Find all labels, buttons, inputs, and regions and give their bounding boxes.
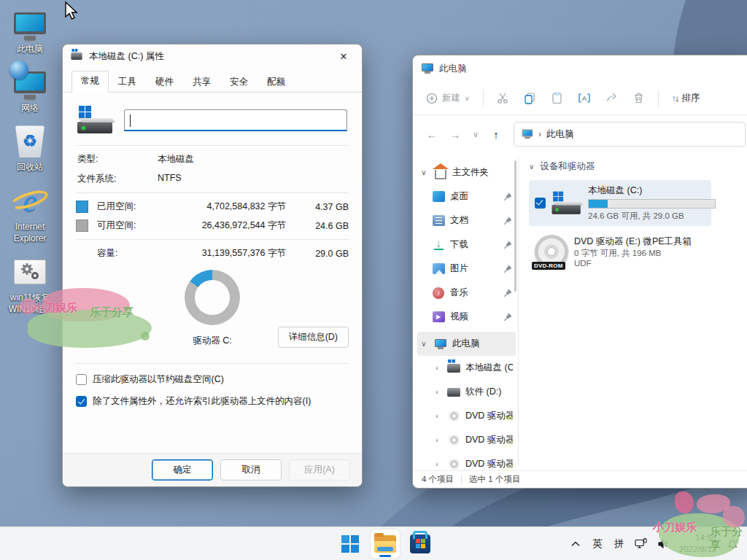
field-value: NTFS (158, 173, 182, 185)
sidebar-item-drive-e[interactable]: › DVD 驱动器 (E:) (417, 404, 516, 428)
gears-icon (12, 254, 47, 289)
tab-sharing[interactable]: 共享 (183, 72, 220, 93)
dvd-disc-icon: DVD-ROM (535, 235, 568, 268)
taskbar-store-button[interactable] (406, 529, 435, 559)
tab-general[interactable]: 常规 (71, 71, 109, 93)
system-drive-icon (552, 191, 582, 215)
compress-checkbox[interactable] (76, 374, 87, 385)
used-color-swatch (76, 201, 88, 213)
sidebar-item-this-pc[interactable]: ∨ 此电脑 (417, 332, 516, 356)
divider (76, 192, 349, 193)
explorer-window: 此电脑 新建 ∨ A ↑↓ 排序 ← (412, 55, 747, 489)
taskbar-clock[interactable]: 14:55 2022/8/12 (675, 532, 721, 555)
notification-bell-icon[interactable]: z (722, 529, 743, 559)
sidebar-item-drive-d[interactable]: › 软件 (D:) (417, 380, 516, 404)
breadcrumb-root[interactable]: 此电脑 (546, 128, 574, 141)
pin-icon (504, 193, 511, 201)
desktop-icon-recycle-bin[interactable]: ♻ 回收站 (4, 124, 55, 173)
start-button[interactable] (336, 529, 365, 559)
cut-icon[interactable] (491, 88, 515, 109)
sidebar-item-drive-f[interactable]: › DVD 驱动器 (F:) (417, 428, 516, 452)
taskbar: 英 拼 14:55 2022/8/12 z (0, 526, 747, 560)
rename-icon[interactable]: A (572, 88, 597, 109)
new-button[interactable]: 新建 ∨ (420, 88, 476, 109)
desktop-icon-network[interactable]: 网络 (4, 65, 55, 114)
sidebar-item-downloads[interactable]: ↓ 下载 (417, 233, 516, 257)
filesystem-row: 文件系统: NTFS (77, 173, 347, 185)
clock-time: 14:55 (679, 532, 716, 544)
selected-count: 选中 1 个项目 (469, 474, 520, 485)
this-pc-icon (522, 130, 533, 137)
sidebar-item-music[interactable]: ♪ 音乐 (417, 281, 516, 305)
tray-chevron-up-icon[interactable] (565, 529, 586, 559)
compress-checkbox-row[interactable]: 压缩此驱动器以节约磁盘空间(C) (76, 373, 349, 386)
desktop-icon-this-pc[interactable]: 此电脑 (4, 6, 55, 55)
delete-icon[interactable] (627, 88, 651, 109)
sidebar-item-videos[interactable]: ▶ 视频 (417, 305, 516, 329)
up-icon[interactable]: ↑ (486, 124, 506, 144)
tab-security[interactable]: 安全 (220, 72, 258, 93)
desktop-icon-label: 此电脑 (17, 43, 43, 55)
cancel-button[interactable]: 取消 (220, 459, 282, 481)
drive-caption-row: 驱动器 C: 详细信息(D) (76, 330, 349, 351)
volume-tray-icon[interactable] (653, 529, 673, 559)
tab-quota[interactable]: 配额 (258, 72, 295, 93)
taskbar-file-explorer-button[interactable] (371, 529, 400, 559)
sidebar-scrollbar[interactable] (514, 160, 516, 292)
desktop-icon-internet-explorer[interactable]: e Internet Explorer (4, 184, 55, 244)
drive-icon (71, 52, 82, 60)
sidebar-item-pictures[interactable]: 图片 (417, 257, 516, 281)
close-icon[interactable]: ✕ (333, 47, 355, 65)
clock-date: 2022/8/12 (679, 544, 716, 556)
svg-text:A: A (582, 95, 587, 102)
pin-icon (504, 217, 511, 225)
internet-explorer-icon: e (12, 184, 47, 219)
back-icon[interactable]: ← (422, 124, 442, 144)
volume-label-input[interactable] (124, 109, 347, 131)
explorer-titlebar[interactable]: 此电脑 (413, 55, 747, 82)
pin-icon (504, 265, 511, 273)
sidebar-item-drive-g[interactable]: › DVD 驱动器 (G:) (417, 452, 516, 470)
paste-icon[interactable] (545, 88, 569, 109)
microsoft-store-icon (410, 534, 430, 553)
sidebar-item-home[interactable]: ∨ 主文件夹 (417, 160, 516, 184)
desktop-icon-win11-restore[interactable]: win11恢复WIN10经... (4, 254, 55, 315)
apply-button: 应用(A) (289, 459, 350, 481)
selection-checkbox[interactable] (535, 198, 546, 209)
group-header-devices[interactable]: ∨ 设备和驱动器 (529, 160, 747, 173)
sort-button[interactable]: ↑↓ 排序 (666, 88, 706, 109)
sidebar-item-desktop[interactable]: 桌面 (417, 184, 516, 209)
free-space-row: 可用空间: 26,436,972,544 字节 24.6 GB (76, 219, 349, 232)
forward-icon[interactable]: → (445, 124, 465, 144)
desktop-icon-label: Internet Explorer (4, 221, 55, 244)
copy-icon[interactable] (518, 88, 542, 109)
properties-dialog: 本地磁盘 (C:) 属性 ✕ 常规 工具 硬件 共享 安全 配额 类型: 本地磁… (62, 44, 363, 487)
ok-button[interactable]: 确定 (152, 459, 213, 481)
tab-hardware[interactable]: 硬件 (146, 72, 183, 93)
ime-english-indicator[interactable]: 英 (587, 529, 608, 559)
pin-icon (504, 289, 511, 297)
network-tray-icon[interactable] (631, 529, 651, 559)
drive-item-c[interactable]: 本地磁盘 (C:) 24.6 GB 可用, 共 29.0 GB (529, 180, 711, 226)
usage-donut (185, 270, 240, 325)
ime-pinyin-indicator[interactable]: 拼 (609, 529, 630, 559)
field-label: 类型: (77, 153, 158, 166)
index-checkbox-row[interactable]: 除了文件属性外，还允许索引此驱动器上文件的内容(I) (76, 395, 349, 408)
this-pc-icon (422, 63, 433, 71)
pin-icon (504, 314, 511, 321)
status-divider (461, 475, 462, 484)
dialog-tab-strip: 常规 工具 硬件 共享 安全 配额 (63, 68, 362, 93)
recycle-bin-icon: ♻ (12, 124, 47, 159)
drive-item-e[interactable]: DVD-ROM DVD 驱动器 (E:) 微PE工具箱 0 字节 可用, 共 1… (529, 230, 711, 273)
sidebar-item-documents[interactable]: 文档 (417, 209, 516, 233)
details-button[interactable]: 详细信息(D) (278, 327, 349, 348)
file-explorer-icon (374, 535, 396, 553)
tab-tools[interactable]: 工具 (109, 72, 146, 93)
dialog-titlebar[interactable]: 本地磁盘 (C:) 属性 ✕ (63, 44, 362, 68)
sidebar-item-drive-c[interactable]: › 本地磁盘 (C:) (417, 356, 516, 380)
dialog-footer: 确定 取消 应用(A) (63, 453, 362, 486)
index-checkbox[interactable] (76, 396, 87, 407)
history-chevron-icon[interactable]: ∨ (468, 124, 483, 144)
share-icon[interactable] (600, 88, 624, 109)
breadcrumb[interactable]: › 此电脑 (514, 122, 746, 147)
